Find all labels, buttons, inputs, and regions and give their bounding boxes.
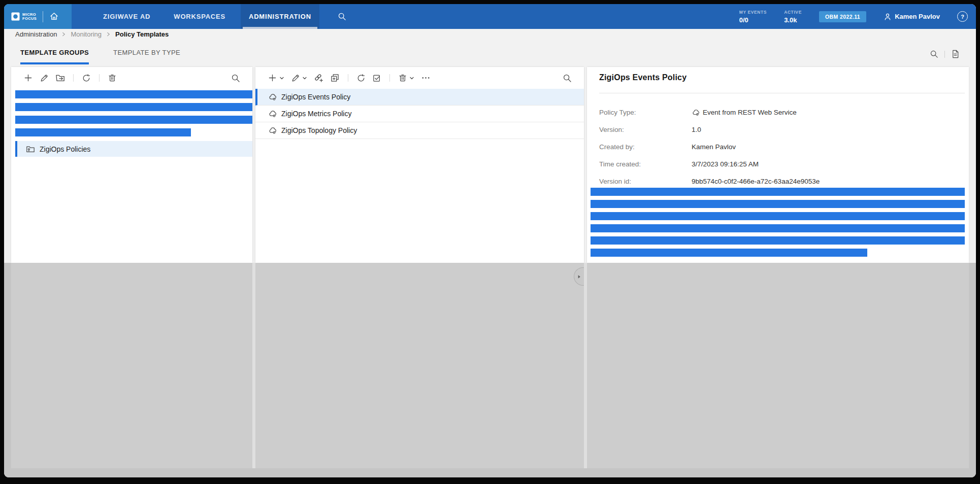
edit-template-button[interactable] (291, 74, 307, 83)
my-events-value: 0/0 (739, 16, 748, 24)
template-row-topology-policy[interactable]: ZigiOps Topology Policy (255, 122, 584, 139)
policy-group-folder-icon (26, 145, 35, 154)
nav-search-button[interactable] (338, 12, 346, 21)
toolbar-divider (389, 74, 390, 82)
nav-tab-administration[interactable]: ADMINISTRATION (241, 4, 319, 29)
page-actions-divider (944, 51, 945, 58)
brand-divider (43, 11, 43, 22)
breadcrumb-monitoring[interactable]: Monitoring (71, 30, 102, 38)
breadcrumb-separator-icon (61, 32, 66, 37)
report-document-icon[interactable] (951, 50, 960, 58)
more-actions-button[interactable] (421, 73, 431, 83)
group-row-zigiops-policies[interactable]: ZigiOps Policies (15, 141, 252, 157)
my-events-stat[interactable]: MY EVENTS 0/0 (739, 10, 767, 24)
tab-template-groups[interactable]: TEMPLATE GROUPS (20, 49, 89, 64)
details-row-version-id: Version id: 9bb574c0-c0f2-466e-a72c-63aa… (599, 177, 957, 187)
plus-icon (23, 73, 33, 83)
search-icon (338, 12, 346, 21)
copy-add-icon (330, 73, 340, 83)
details-panel-lower (587, 263, 969, 468)
details-redacted-block (591, 188, 965, 261)
trash-icon (398, 74, 407, 83)
rest-web-service-policy-icon (268, 126, 277, 135)
field-label: Created by: (599, 142, 692, 152)
app-window: MICRO FOCUS ZIGIWAVE AD WORKSPACES ADMIN… (4, 4, 976, 477)
field-label: Version id: (599, 177, 692, 187)
nav-right-cluster: MY EVENTS 0/0 ACTIVE 3.0k OBM 2022.11 Ka… (739, 10, 976, 24)
select-templates-button[interactable] (372, 74, 381, 83)
templates-search-button[interactable] (563, 74, 572, 83)
add-group-button[interactable] (23, 73, 33, 83)
page-search-icon[interactable] (930, 50, 938, 58)
active-events-label: ACTIVE (784, 10, 802, 15)
product-version-badge: OBM 2022.11 (819, 11, 866, 22)
edit-group-button[interactable] (40, 74, 49, 83)
redacted-group-row[interactable] (15, 103, 252, 111)
page-actions (930, 50, 960, 58)
redacted-detail-line (591, 249, 867, 257)
refresh-templates-button[interactable] (356, 74, 366, 83)
details-row-policy-type: Policy Type: Event from REST Web Service (599, 108, 957, 118)
dimmed-lower-area (4, 263, 976, 477)
user-menu[interactable]: Kamen Pavlov (884, 13, 940, 21)
user-name: Kamen Pavlov (895, 13, 940, 20)
template-label: ZigiOps Events Policy (281, 93, 350, 101)
pencil-icon (40, 74, 49, 83)
delete-group-button[interactable] (108, 74, 117, 83)
refresh-icon (356, 74, 366, 83)
field-value: 3/7/2023 09:16:25 AM (692, 159, 759, 169)
breadcrumb-separator-icon (106, 32, 111, 37)
templates-toolbar (255, 67, 584, 89)
redacted-detail-line (591, 212, 965, 220)
breadcrumb-policy-templates: Policy Templates (115, 30, 169, 38)
active-events-stat[interactable]: ACTIVE 3.0k (784, 10, 802, 24)
redacted-detail-line (591, 224, 965, 232)
duplicate-template-button[interactable] (330, 73, 340, 83)
details-divider (599, 93, 965, 93)
top-navigation-bar: MICRO FOCUS ZIGIWAVE AD WORKSPACES ADMIN… (4, 4, 976, 29)
breadcrumb-administration[interactable]: Administration (15, 30, 57, 38)
template-row-events-policy[interactable]: ZigiOps Events Policy (255, 89, 584, 106)
search-icon (563, 74, 572, 83)
template-groups-tree: ZigiOps Policies (11, 89, 252, 157)
template-list: ZigiOps Events Policy ZigiOps Metrics Po… (255, 89, 584, 139)
breadcrumb: Administration Monitoring Policy Templat… (15, 30, 169, 38)
move-group-button[interactable] (55, 73, 65, 83)
primary-nav-tabs: ZIGIWAVE AD WORKSPACES ADMINISTRATION (95, 4, 326, 29)
micro-focus-logo-text: MICRO FOCUS (22, 13, 37, 21)
nav-tab-zigiwave-ad[interactable]: ZIGIWAVE AD (95, 4, 158, 29)
template-row-metrics-policy[interactable]: ZigiOps Metrics Policy (255, 106, 584, 122)
groups-search-button[interactable] (231, 74, 240, 83)
redacted-group-row[interactable] (15, 128, 191, 136)
rest-web-service-policy-icon (268, 93, 277, 101)
home-icon[interactable] (49, 12, 59, 21)
tab-template-by-type[interactable]: TEMPLATE BY TYPE (113, 49, 180, 64)
assign-template-button[interactable] (314, 73, 323, 83)
field-value: 9bb574c0-c0f2-466e-a72c-63aa24e9053e (692, 177, 820, 187)
delete-template-button[interactable] (398, 74, 414, 83)
my-events-label: MY EVENTS (739, 10, 767, 15)
rest-web-service-policy-icon (692, 109, 700, 117)
add-template-button[interactable] (268, 73, 284, 83)
redacted-group-row[interactable] (15, 90, 252, 98)
panel-splitter[interactable] (252, 263, 255, 468)
chevron-down-icon (409, 76, 414, 81)
field-value: Kamen Pavlov (692, 142, 736, 152)
chevron-down-icon (279, 76, 284, 81)
toolbar-divider (99, 74, 100, 82)
field-label: Time created: (599, 159, 692, 169)
trash-icon (108, 74, 117, 83)
panel-splitter[interactable] (584, 263, 587, 468)
refresh-groups-button[interactable] (82, 74, 91, 83)
refresh-icon (82, 74, 91, 83)
redacted-group-row[interactable] (15, 116, 252, 124)
redacted-detail-line (591, 188, 965, 196)
help-button[interactable]: ? (957, 11, 968, 22)
pencil-icon (291, 74, 300, 83)
folder-move-icon (55, 73, 65, 83)
details-row-time-created: Time created: 3/7/2023 09:16:25 AM (599, 159, 957, 169)
chevron-down-icon (302, 76, 307, 81)
nav-tab-workspaces[interactable]: WORKSPACES (166, 4, 234, 29)
details-fields: Policy Type: Event from REST Web Service… (599, 108, 957, 194)
template-details-panel: ZigiOps Events Policy Policy Type: Event… (587, 67, 969, 263)
